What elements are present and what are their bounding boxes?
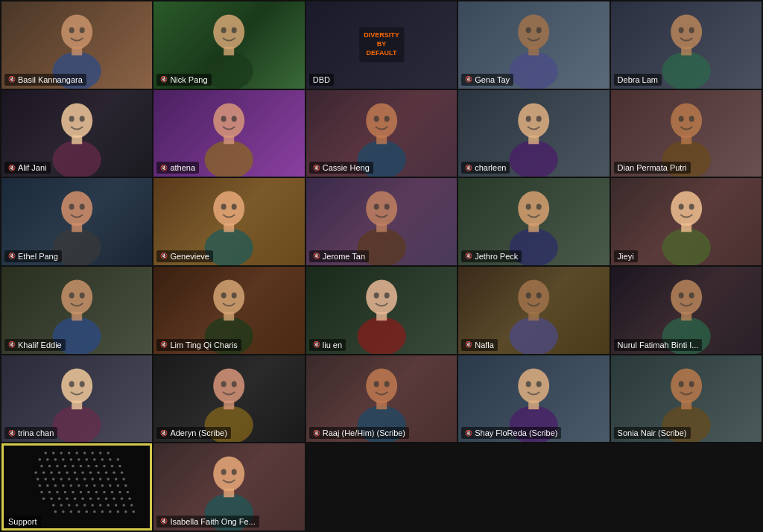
svg-point-223 [62, 510, 64, 513]
muted-mic-icon: 🔇 [465, 341, 472, 348]
svg-point-80 [357, 317, 405, 354]
svg-point-171 [99, 478, 101, 481]
svg-point-230 [117, 510, 119, 513]
participant-cell[interactable]: 🔇Ethel Pang [1, 178, 152, 265]
svg-point-7 [214, 14, 245, 49]
svg-point-228 [101, 510, 104, 513]
svg-point-58 [373, 204, 379, 210]
muted-mic-icon: 🔇 [313, 165, 320, 171]
svg-point-109 [384, 381, 389, 387]
svg-point-186 [124, 484, 127, 487]
participant-name: 🔇Ethel Pang [4, 250, 62, 262]
svg-point-47 [61, 191, 92, 227]
svg-point-108 [373, 381, 379, 387]
svg-point-231 [124, 510, 127, 513]
participant-cell[interactable]: Sonia Nair (Scribe) [611, 355, 762, 443]
svg-point-150 [118, 465, 121, 467]
participant-name: 🔇athena [156, 162, 199, 174]
participant-name: DBD [309, 74, 334, 86]
svg-point-13 [526, 27, 531, 33]
participant-name: 🔇Basil Kannangara [4, 74, 86, 86]
svg-point-22 [61, 103, 92, 138]
svg-point-134 [77, 458, 80, 460]
svg-point-35 [510, 140, 558, 177]
svg-point-57 [366, 191, 397, 227]
svg-point-104 [232, 381, 237, 387]
participant-cell[interactable]: 🔇Basil Kannangara [1, 1, 152, 89]
svg-point-23 [69, 115, 75, 121]
participant-cell[interactable]: 🔇athena [153, 90, 304, 177]
svg-point-176 [46, 484, 48, 487]
svg-point-222 [54, 510, 57, 513]
svg-point-25 [205, 140, 253, 177]
participant-name: 🔇Nafla [461, 339, 498, 351]
participant-name: 🔇Lim Ting Qi Charis [156, 339, 241, 351]
participant-cell[interactable]: 🔇Lim Ting Qi Charis [153, 267, 304, 354]
participant-name: 🔇charleen [461, 162, 510, 174]
participant-cell[interactable]: 🔇Cassie Heng [306, 90, 457, 177]
participant-cell[interactable]: 🔇Isabella Faith Ong Fe... [153, 443, 304, 531]
svg-point-160 [105, 472, 107, 474]
svg-point-156 [74, 472, 76, 474]
participant-name-text: Aderyn (Scribe) [170, 428, 227, 437]
svg-point-212 [60, 504, 62, 507]
svg-point-120 [44, 452, 46, 455]
participant-cell[interactable]: 🔇Nafla [458, 267, 609, 354]
svg-point-210 [128, 498, 130, 500]
participant-cell[interactable]: 🔇Jerome Tan [306, 178, 457, 265]
participant-cell[interactable]: Dian Permata Putri [611, 90, 762, 177]
svg-point-137 [101, 458, 104, 460]
svg-point-185 [117, 484, 119, 487]
participant-cell[interactable]: Support [1, 443, 152, 531]
svg-point-3 [69, 27, 75, 33]
muted-mic-icon: 🔇 [465, 253, 472, 259]
participant-cell[interactable]: 🔇Shay FloReda (Scribe) [458, 355, 609, 443]
participant-name: Support [4, 516, 41, 528]
svg-point-146 [87, 465, 89, 467]
participant-name: 🔇Alif Jani [4, 162, 51, 174]
participant-name-text: Isabella Faith Ong Fe... [170, 517, 255, 526]
participant-cell[interactable]: DIVERSITYBYDEFAULTDBD [306, 1, 457, 89]
participant-name-text: Raaj (He/Him) (Scribe) [323, 428, 405, 437]
participant-cell[interactable]: 🔇Gena Tay [458, 1, 609, 89]
participant-cell[interactable]: 🔇Jethro Peck [458, 178, 609, 265]
svg-point-180 [77, 484, 80, 487]
participant-cell[interactable]: 🔇Khalif Eddie [1, 267, 152, 354]
svg-point-204 [81, 498, 83, 500]
svg-point-93 [678, 292, 683, 298]
participant-cell[interactable]: 🔇Raaj (He/Him) (Scribe) [306, 355, 457, 443]
svg-point-77 [214, 279, 245, 314]
svg-point-224 [70, 510, 72, 513]
participant-cell[interactable]: Nurul Fatimah Binti I... [611, 267, 762, 354]
svg-point-59 [384, 204, 389, 210]
participant-cell[interactable]: Jieyi [611, 178, 762, 265]
muted-mic-icon: 🔇 [160, 341, 168, 348]
svg-point-203 [74, 498, 76, 500]
svg-point-221 [130, 504, 133, 507]
participant-cell[interactable]: 🔇liu en [306, 267, 457, 354]
svg-point-85 [510, 317, 558, 354]
participant-name-text: Gena Tay [475, 75, 510, 84]
participant-cell[interactable]: 🔇charleen [458, 90, 609, 177]
participant-name-text: liu en [323, 341, 342, 349]
svg-point-201 [58, 498, 60, 500]
participant-name-text: Nick Pang [170, 75, 207, 84]
svg-point-152 [42, 472, 45, 474]
participant-name-text: Ethel Pang [18, 252, 58, 261]
participant-name: 🔇Genevieve [156, 250, 213, 262]
svg-point-19 [688, 27, 694, 33]
muted-mic-icon: 🔇 [313, 253, 320, 259]
svg-point-158 [89, 472, 92, 474]
svg-point-184 [109, 484, 111, 487]
svg-point-214 [75, 504, 77, 507]
participant-cell[interactable]: 🔇trina chan [1, 355, 152, 443]
participant-cell[interactable]: 🔇Nick Pang [153, 1, 304, 89]
svg-point-197 [118, 491, 121, 493]
svg-point-124 [75, 452, 77, 455]
svg-point-9 [232, 27, 237, 33]
participant-cell[interactable]: 🔇Alif Jani [1, 90, 152, 177]
participant-cell[interactable]: 🔇Aderyn (Scribe) [153, 355, 304, 443]
participant-cell[interactable]: Debra Lam [611, 1, 762, 89]
participant-cell[interactable]: 🔇Genevieve [153, 178, 304, 265]
svg-point-207 [105, 498, 107, 500]
